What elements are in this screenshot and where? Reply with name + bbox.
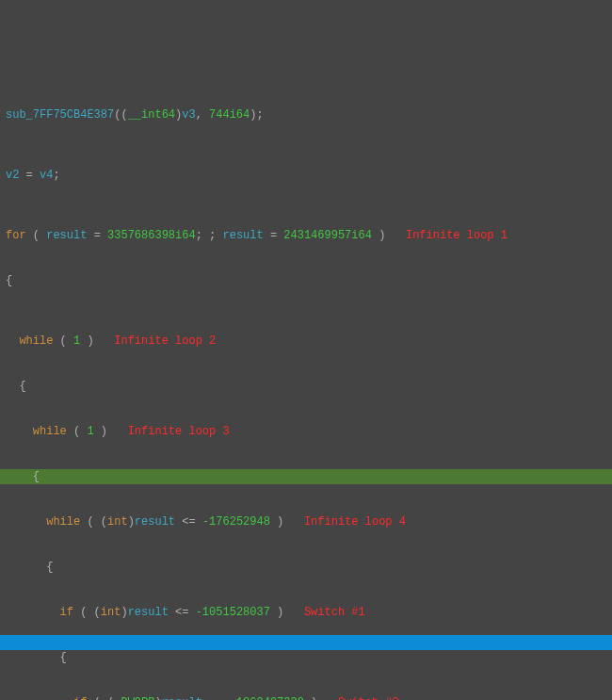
annotation: Infinite loop 1 (406, 229, 507, 242)
decompiler-code-view: sub_7FF75CB4E387((__int64)v3, 744i64); v… (0, 0, 612, 700)
annotation: Infinite loop 3 (128, 425, 230, 438)
code-line: while ( 1 ) Infinite loop 3 (6, 424, 612, 439)
code-line: if ( (_DWORD)result == -1863497339 ) Swi… (6, 695, 612, 700)
code-line: { (6, 379, 612, 394)
annotation: Infinite loop 2 (114, 334, 216, 348)
code-line: { (6, 560, 612, 575)
code-line: v2 = v4; (6, 168, 612, 183)
code-line: if ( (int)result <= -1051528037 ) Switch… (6, 605, 612, 620)
code-line: { (6, 469, 612, 484)
highlight-blue-bar (0, 635, 612, 650)
code-line: sub_7FF75CB4E387((__int64)v3, 744i64); (6, 107, 612, 122)
code-line: while ( (int)result <= -176252948 ) Infi… (6, 514, 612, 529)
code-symbol: sub_7FF75CB4E387 (6, 108, 114, 122)
code-line: { (6, 273, 612, 288)
annotation: Infinite loop 4 (304, 515, 406, 529)
code-line: while ( 1 ) Infinite loop 2 (6, 334, 612, 349)
code-line: for ( result = 3357686398i64; ; result =… (6, 228, 612, 243)
annotation: Switch #1 (304, 606, 365, 619)
code-line: { (6, 650, 612, 665)
annotation: Switch #2 (338, 696, 399, 700)
